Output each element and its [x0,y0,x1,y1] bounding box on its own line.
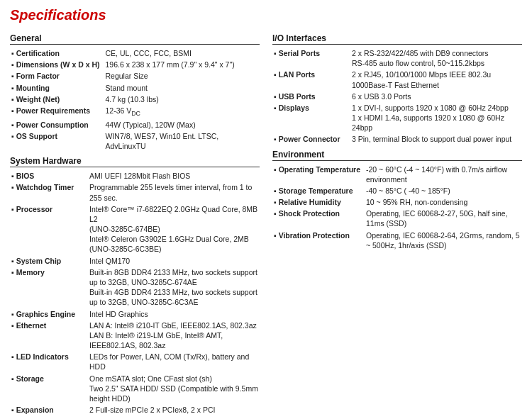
spec-label: Memory [10,267,88,308]
main-content: Specifications GeneralCertificationCE, U… [0,0,532,419]
spec-value: Regular Size [104,70,260,82]
table-row: Vibration ProtectionOperating, IEC 60068… [272,230,522,251]
table-row: Power Connector3 Pin, terminal Block to … [272,133,522,145]
section-title: System Hardware [10,156,260,167]
spec-label: Graphics Engine [10,308,88,320]
spec-label: LED Indicators [10,351,88,372]
table-row: CertificationCE, UL, CCC, FCC, BSMI [10,48,260,59]
spec-label: OS Support [10,130,104,152]
table-row: Power Requirements12-36 VDC [10,105,260,119]
table-row: MemoryBuilt-in 8GB DDR4 2133 MHz, two so… [10,267,260,308]
spec-label: Shock Protection [272,208,365,229]
spec-label: Displays [272,102,350,134]
table-row: Serial Ports2 x RS-232/422/485 with DB9 … [272,48,522,69]
table-row: Displays1 x DVI-I, supports 1920 x 1080 … [272,102,522,134]
page: Specifications GeneralCertificationCE, U… [0,0,532,419]
table-row: OS SupportWIN7/8, WES7, Win10 Ent. LTSC,… [10,130,260,152]
spec-label: Form Factor [10,70,104,82]
spec-value: CE, UL, CCC, FCC, BSMI [104,48,260,59]
table-row: MountingStand mount [10,82,260,94]
spec-value: AMI UEFI 128Mbit Flash BIOS [88,170,260,181]
spec-table: BIOSAMI UEFI 128Mbit Flash BIOSWatchdog … [10,170,260,415]
two-column-layout: GeneralCertificationCE, UL, CCC, FCC, BS… [10,29,522,415]
spec-table: CertificationCE, UL, CCC, FCC, BSMIDimen… [10,48,260,152]
right-column: I/O InterfacesSerial Ports2 x RS-232/422… [272,29,522,415]
spec-value: Intel® Core™ i7-6822EQ 2.0GHz Quad Core,… [88,203,260,255]
spec-table: Serial Ports2 x RS-232/422/485 with DB9 … [272,48,522,145]
page-title: Specifications [10,7,522,23]
spec-label: Watchdog Timer [10,181,88,203]
spec-label: LAN Ports [272,69,350,90]
spec-value: Operating, IEC 60068-2-64, 2Grms, random… [365,230,522,251]
section: System HardwareBIOSAMI UEFI 128Mbit Flas… [10,156,260,415]
spec-value: -40 ~ 85°C ( -40 ~ 185°F) [365,185,522,196]
spec-value: LEDs for Power, LAN, COM (Tx/Rx), batter… [88,351,260,372]
spec-value: LAN A: Intel® i210-IT GbE, IEEE802.1AS, … [88,320,260,352]
spec-label: BIOS [10,170,88,181]
table-row: System ChipIntel QM170 [10,255,260,267]
spec-value: Built-in 8GB DDR4 2133 MHz, two sockets … [88,267,260,308]
table-row: Storage Temperature-40 ~ 85°C ( -40 ~ 18… [272,185,522,196]
spec-value: 4.7 kg (10.3 lbs) [104,94,260,105]
spec-label: Ethernet [10,320,88,352]
spec-value: Intel HD Graphics [88,308,260,320]
table-row: USB Ports6 x USB 3.0 Ports [272,91,522,102]
table-row: BIOSAMI UEFI 128Mbit Flash BIOS [10,170,260,181]
spec-value: One mSATA slot; One CFast slot (sh)Two 2… [88,373,260,405]
spec-label: Power Consumption [10,119,104,130]
table-row: Expansion2 Full-size mPCIe 2 x PCIex8, 2… [10,404,260,415]
left-column: GeneralCertificationCE, UL, CCC, FCC, BS… [10,29,260,415]
spec-value: Operating, IEC 60068-2-27, 50G, half sin… [365,208,522,229]
spec-value: Intel QM170 [88,255,260,267]
section-title: I/O Interfaces [272,33,522,45]
spec-value: WIN7/8, WES7, Win10 Ent. LTSC, AdvLinuxT… [104,130,260,152]
spec-label: Storage [10,373,88,405]
spec-value: 2 Full-size mPCIe 2 x PCIex8, 2 x PCI [88,404,260,415]
spec-label: Storage Temperature [272,185,365,196]
table-row: StorageOne mSATA slot; One CFast slot (s… [10,373,260,405]
table-row: LED IndicatorsLEDs for Power, LAN, COM (… [10,351,260,372]
table-row: Form FactorRegular Size [10,70,260,82]
table-row: Graphics EngineIntel HD Graphics [10,308,260,320]
table-row: Weight (Net)4.7 kg (10.3 lbs) [10,94,260,105]
table-row: Dimensions (W x D x H)196.6 x 238 x 177 … [10,59,260,70]
spec-label: USB Ports [272,91,350,102]
spec-label: Relative Humidity [272,196,365,208]
spec-value: 44W (Typical), 120W (Max) [104,119,260,130]
spec-label: Mounting [10,82,104,94]
spec-label: Processor [10,203,88,255]
spec-value: Stand mount [104,82,260,94]
spec-value: 10 ~ 95% RH, non-condensing [365,196,522,208]
spec-value: Programmable 255 levels timer interval, … [88,181,260,203]
spec-value: -20 ~ 60°C (-4 ~ 140°F) with 0.7m/s airf… [365,164,522,185]
spec-value: 196.6 x 238 x 177 mm (7.9" x 9.4" x 7") [104,59,260,70]
spec-table: Operating Temperature-20 ~ 60°C (-4 ~ 14… [272,164,522,251]
table-row: ProcessorIntel® Core™ i7-6822EQ 2.0GHz Q… [10,203,260,255]
table-row: EthernetLAN A: Intel® i210-IT GbE, IEEE8… [10,320,260,352]
spec-label: Operating Temperature [272,164,365,185]
spec-value: 12-36 VDC [104,105,260,119]
spec-label: Power Connector [272,133,350,145]
spec-label: Power Requirements [10,105,104,119]
table-row: Operating Temperature-20 ~ 60°C (-4 ~ 14… [272,164,522,185]
spec-value: 2 x RJ45, 10/100/1000 Mbps IEEE 802.3u 1… [350,69,522,90]
section: I/O InterfacesSerial Ports2 x RS-232/422… [272,33,522,145]
table-row: Relative Humidity10 ~ 95% RH, non-conden… [272,196,522,208]
spec-label: Certification [10,48,104,59]
spec-label: Serial Ports [272,48,350,69]
spec-value: 3 Pin, terminal Block to support dual po… [350,133,522,145]
table-row: Shock ProtectionOperating, IEC 60068-2-2… [272,208,522,229]
section-title: General [10,33,260,45]
spec-label: Weight (Net) [10,94,104,105]
spec-label: Expansion [10,404,88,415]
spec-value: 2 x RS-232/422/485 with DB9 connectorsRS… [350,48,522,69]
table-row: LAN Ports2 x RJ45, 10/100/1000 Mbps IEEE… [272,69,522,90]
spec-value: 6 x USB 3.0 Ports [350,91,522,102]
table-row: Power Consumption44W (Typical), 120W (Ma… [10,119,260,130]
spec-label: System Chip [10,255,88,267]
section: GeneralCertificationCE, UL, CCC, FCC, BS… [10,33,260,152]
table-row: Watchdog TimerProgrammable 255 levels ti… [10,181,260,203]
section: EnvironmentOperating Temperature-20 ~ 60… [272,150,522,251]
spec-label: Vibration Protection [272,230,365,251]
spec-value: 1 x DVI-I, supports 1920 x 1080 @ 60Hz 2… [350,102,522,134]
